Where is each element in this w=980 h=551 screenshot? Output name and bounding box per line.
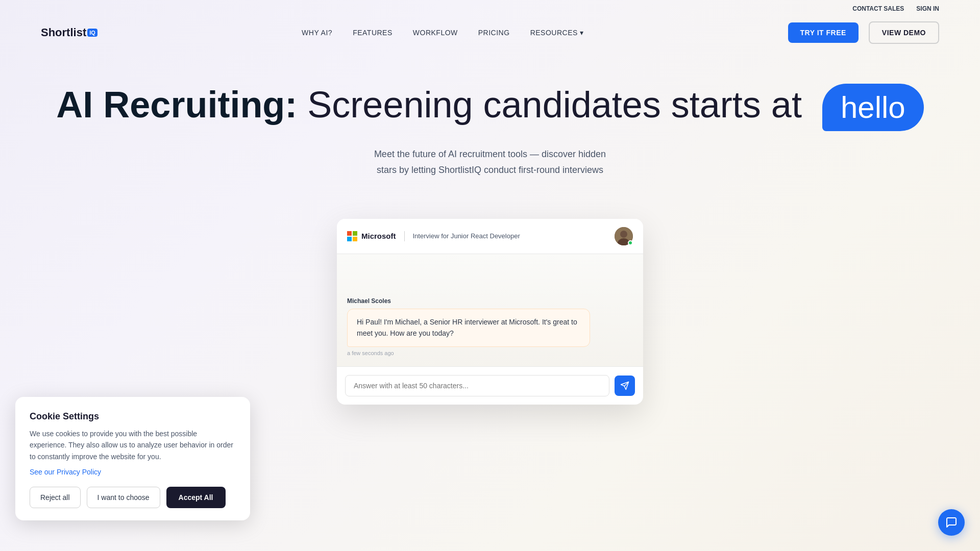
sign-in-link[interactable]: SIGN IN xyxy=(916,5,939,12)
cookie-title: Cookie Settings xyxy=(30,411,236,422)
chat-timestamp: a few seconds ago xyxy=(347,350,633,356)
microsoft-logo: Microsoft xyxy=(347,231,396,241)
chat-message-bubble: Hi Paul! I'm Michael, a Senior HR interv… xyxy=(347,309,590,347)
interview-card: Microsoft Interview for Junior React Dev… xyxy=(337,219,643,405)
reject-all-button[interactable]: Reject all xyxy=(30,487,81,508)
company-name: Microsoft xyxy=(361,232,396,240)
chevron-down-icon: ▾ xyxy=(580,29,584,37)
nav-workflow[interactable]: WORKFLOW xyxy=(413,29,458,37)
i-want-to-choose-button[interactable]: I want to choose xyxy=(87,487,160,508)
privacy-policy-link[interactable]: See our Privacy Policy xyxy=(30,468,101,476)
nav-pricing[interactable]: PRICING xyxy=(478,29,510,37)
nav-why-ai[interactable]: WHY AI? xyxy=(302,29,332,37)
hero-title: AI Recruiting: Screening candidates star… xyxy=(10,84,970,131)
logo[interactable]: ShortlistIQ xyxy=(41,26,97,39)
contact-sales-link[interactable]: CONTACT SALES xyxy=(852,5,904,12)
nav-features[interactable]: FEATURES xyxy=(353,29,393,37)
logo-text: Shortlist xyxy=(41,26,86,39)
chat-icon xyxy=(945,516,958,529)
accept-all-button[interactable]: Accept All xyxy=(166,487,226,508)
view-demo-button[interactable]: VIEW DEMO xyxy=(869,21,939,44)
online-indicator xyxy=(628,240,633,245)
chat-area: Michael Scoles Hi Paul! I'm Michael, a S… xyxy=(337,254,643,366)
hero-subtitle: Meet the future of AI recruitment tools … xyxy=(10,146,970,178)
cookie-buttons: Reject all I want to choose Accept All xyxy=(30,487,236,508)
cookie-body: We use cookies to provide you with the b… xyxy=(30,428,236,462)
nav-resources[interactable]: RESOURCES ▾ xyxy=(530,29,584,37)
chat-sender-name: Michael Scoles xyxy=(347,297,633,305)
avatar-container xyxy=(615,227,633,245)
interview-title: Interview for Junior React Developer xyxy=(413,232,520,240)
svg-point-1 xyxy=(620,231,627,238)
hello-bubble: hello xyxy=(822,84,924,131)
cookie-banner: Cookie Settings We use cookies to provid… xyxy=(15,397,250,520)
send-button[interactable] xyxy=(615,375,635,396)
hero-section: AI Recruiting: Screening candidates star… xyxy=(0,53,980,198)
try-free-button[interactable]: TRY IT FREE xyxy=(788,22,859,43)
interview-header: Microsoft Interview for Junior React Dev… xyxy=(337,219,643,254)
logo-badge: IQ xyxy=(87,29,97,37)
main-nav: ShortlistIQ WHY AI? FEATURES WORKFLOW PR… xyxy=(0,12,980,53)
chat-input-area xyxy=(337,366,643,405)
send-icon xyxy=(620,381,629,390)
chat-widget-button[interactable] xyxy=(938,509,965,536)
chat-input[interactable] xyxy=(345,375,609,396)
